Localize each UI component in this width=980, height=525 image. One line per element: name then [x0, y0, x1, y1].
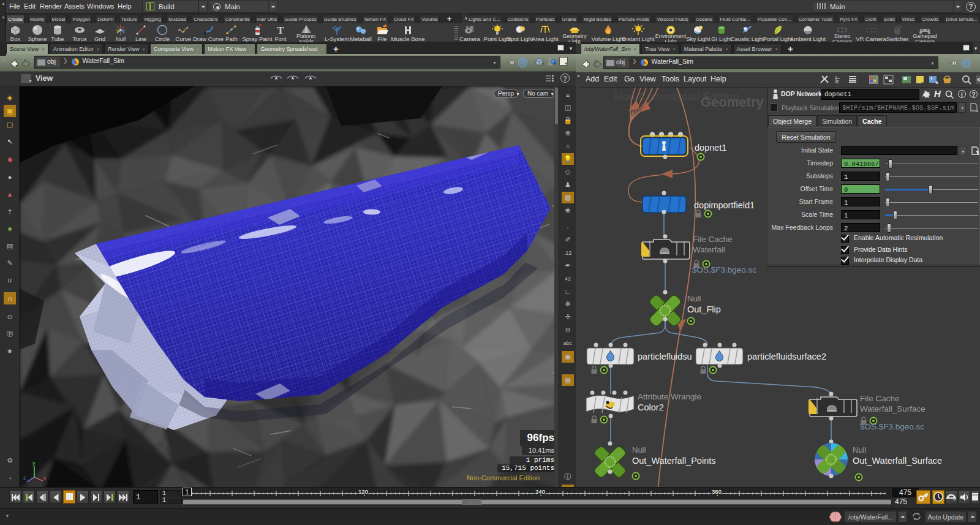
- svg-text:Null: Null: [687, 294, 701, 303]
- svg-text:Attribute Wrangle: Attribute Wrangle: [638, 392, 701, 401]
- svg-text:$OS.$F3.bgeo.sc: $OS.$F3.bgeo.sc: [692, 265, 756, 274]
- svg-text:Null: Null: [632, 445, 646, 455]
- svg-text:240: 240: [535, 488, 545, 495]
- svg-text:Null: Null: [853, 445, 867, 455]
- svg-text:Out_Flip: Out_Flip: [687, 304, 721, 314]
- svg-text:dopimportfield1: dopimportfield1: [694, 200, 755, 210]
- svg-text:File Cache: File Cache: [860, 394, 900, 403]
- svg-text:particlefluidsurface2: particlefluidsurface2: [747, 352, 826, 361]
- svg-text:dopnet1: dopnet1: [695, 143, 726, 153]
- svg-text:360: 360: [712, 488, 722, 495]
- svg-text:$OS.$F3.bgeo.sc: $OS.$F3.bgeo.sc: [860, 422, 924, 431]
- svg-text:Waterfall: Waterfall: [693, 245, 725, 254]
- svg-text:Out_Waterfall_Surface: Out_Waterfall_Surface: [853, 456, 942, 466]
- svg-text:Out_Waterfall_Points: Out_Waterfall_Points: [632, 456, 715, 466]
- svg-text:File Cache: File Cache: [693, 235, 733, 244]
- svg-text:120: 120: [358, 488, 368, 495]
- svg-text:Color2: Color2: [638, 402, 664, 412]
- svg-text:Geometry: Geometry: [701, 94, 764, 110]
- svg-text:Waterfall_Surface: Waterfall_Surface: [860, 404, 925, 414]
- svg-text:x: x: [43, 475, 47, 481]
- svg-text:particlefluidsu: particlefluidsu: [638, 352, 692, 361]
- svg-text:z: z: [23, 475, 26, 481]
- svg-text:y: y: [32, 460, 36, 466]
